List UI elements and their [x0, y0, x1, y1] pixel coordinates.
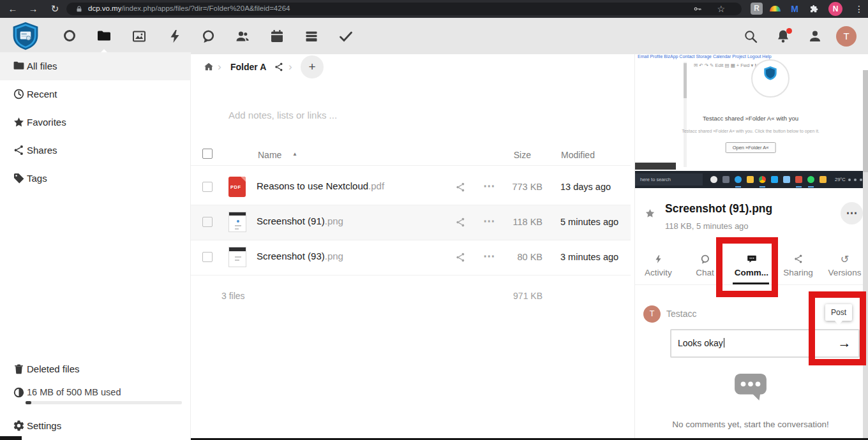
activity-bolt-icon — [654, 254, 663, 265]
row-share-icon[interactable] — [455, 182, 466, 193]
preview-logo-circle — [751, 59, 789, 98]
breadcrumb-shared-icon[interactable] — [274, 62, 284, 72]
breadcrumb-home-icon[interactable] — [203, 61, 214, 73]
nav-talk-icon[interactable] — [200, 29, 216, 44]
sidebar-item-settings[interactable]: Settings — [0, 412, 191, 440]
comment-author-name: Testacc — [666, 309, 696, 319]
new-file-button[interactable]: + — [301, 55, 324, 78]
sidebar-item-favorites[interactable]: Favorites — [0, 108, 191, 136]
tab-sharing[interactable]: Sharing — [775, 254, 821, 283]
sidebar-item-all-files[interactable]: All files — [0, 52, 191, 80]
file-name[interactable]: Screenshot (93).png — [257, 251, 343, 261]
details-file-subtitle: 118 KB, 5 minutes ago — [665, 221, 749, 231]
column-header-modified[interactable]: Modified — [561, 150, 595, 160]
address-bar[interactable]: dcp.vo.my/index.php/apps/files/?dir=/Fol… — [66, 3, 742, 15]
file-modified: 3 minutes ago — [560, 252, 618, 262]
star-icon — [13, 116, 25, 128]
quota-label: 16 MB of 500 MB used — [27, 387, 121, 397]
row-checkbox[interactable] — [202, 217, 213, 227]
forward-icon[interactable]: → — [26, 0, 41, 18]
comment-author-avatar: T — [643, 305, 661, 323]
details-actions-button[interactable]: ⋯ — [841, 202, 863, 224]
nav-files-icon[interactable] — [96, 29, 112, 44]
back-icon[interactable]: ← — [5, 0, 20, 18]
taskbar-tray-icon — [848, 179, 851, 181]
row-share-icon[interactable] — [455, 252, 466, 263]
share-icon — [13, 144, 25, 156]
quota-progress-fill — [26, 401, 31, 404]
contacts-menu-icon[interactable] — [807, 29, 823, 44]
bottom-edge-block — [0, 436, 22, 440]
nav-photos-icon[interactable] — [131, 29, 147, 44]
taskbar-app-icon — [710, 176, 717, 183]
row-checkbox[interactable] — [202, 182, 213, 192]
tab-activity[interactable]: Activity — [635, 254, 682, 283]
notes-placeholder[interactable]: Add notes, lists or links ... — [228, 110, 337, 121]
row-share-icon[interactable] — [455, 217, 466, 228]
file-modified: 5 minutes ago — [560, 217, 618, 227]
nav-deck-icon[interactable] — [304, 29, 319, 44]
taskbar-tray-icon — [854, 179, 857, 181]
divider — [191, 165, 631, 166]
nav-dashboard-icon[interactable] — [63, 29, 78, 44]
tab-chat[interactable]: Chat — [682, 254, 728, 283]
sharing-icon — [793, 254, 804, 264]
key-icon[interactable] — [693, 4, 702, 13]
preview-shield-icon — [763, 66, 778, 81]
user-avatar[interactable]: T — [836, 26, 857, 47]
bookmark-icon[interactable]: ☆ — [717, 3, 725, 15]
nav-tasks-icon[interactable] — [338, 29, 354, 44]
taskbar-tray-icon — [860, 179, 862, 181]
lock-icon — [75, 5, 83, 13]
taskbar-app-icon — [819, 176, 827, 183]
file-preview-thumbnail[interactable]: Email Profile BizApp Contact Storage Cal… — [635, 54, 866, 188]
column-header-size[interactable]: Size — [467, 150, 531, 160]
tab-versions[interactable]: ↺ Versions — [821, 254, 868, 283]
divider — [191, 205, 631, 205]
file-name[interactable]: Screenshot (91).png — [257, 216, 343, 226]
files-summary-count: 3 files — [221, 291, 245, 301]
url-text: dcp.vo.my/index.php/apps/files/?dir=/Fol… — [88, 4, 290, 12]
select-all-checkbox[interactable] — [202, 149, 213, 159]
taskbar-app-icon — [771, 176, 778, 183]
sidebar-item-shares[interactable]: Shares — [0, 136, 191, 165]
nav-activity-icon[interactable] — [167, 29, 183, 44]
post-comment-button[interactable]: → — [835, 334, 854, 353]
reload-icon[interactable]: ↻ — [47, 0, 63, 18]
breadcrumb-folder[interactable]: Folder A — [230, 62, 266, 72]
file-modified: 13 days ago — [560, 182, 611, 192]
taskbar-active-indicator — [735, 186, 741, 187]
nav-calendar-icon[interactable] — [269, 29, 285, 44]
column-header-name[interactable]: Name — [258, 150, 281, 160]
quota-progressbar — [26, 401, 182, 404]
file-size: 118 KB — [472, 217, 542, 227]
breadcrumb-chevron-icon: › — [218, 61, 221, 73]
taskbar-app-icon — [735, 176, 742, 183]
tab-comments[interactable]: Comm... — [728, 254, 775, 283]
window-scrollbar-thumb[interactable] — [863, 70, 868, 172]
row-checkbox[interactable] — [202, 252, 213, 262]
preview-taskbar-search: here to search — [635, 173, 703, 186]
file-name[interactable]: Reasons to use Nextcloud.pdf — [257, 180, 384, 191]
browser-menu-icon[interactable]: ⋮ — [853, 0, 865, 18]
taskbar-app-icon — [807, 176, 814, 183]
image-file-thumbnail — [228, 212, 246, 232]
nav-contacts-icon[interactable] — [235, 29, 250, 44]
extension-r-icon[interactable]: R — [751, 3, 763, 15]
app-logo[interactable] — [9, 21, 42, 52]
browser-profile-avatar[interactable]: N — [828, 2, 842, 16]
sidebar-item-tags[interactable]: Tags — [0, 165, 191, 193]
pdf-file-icon: PDF — [228, 177, 246, 197]
sidebar-item-recent[interactable]: Recent — [0, 80, 191, 108]
url-path: /index.php/apps/files/?dir=/Folder%20A&f… — [121, 4, 290, 12]
file-size: 80 KB — [472, 252, 542, 262]
sidebar-item-label: Shares — [27, 144, 57, 157]
extension-rainbow-icon[interactable] — [770, 6, 781, 11]
favorite-star-icon[interactable] — [645, 208, 655, 219]
extensions-puzzle-icon[interactable] — [809, 4, 819, 14]
search-icon[interactable] — [743, 29, 758, 44]
clock-icon — [13, 88, 25, 100]
extension-m-icon[interactable]: M — [788, 3, 801, 15]
post-tooltip-pointer — [835, 321, 842, 325]
sidebar-item-deleted-files[interactable]: Deleted files — [0, 355, 191, 383]
